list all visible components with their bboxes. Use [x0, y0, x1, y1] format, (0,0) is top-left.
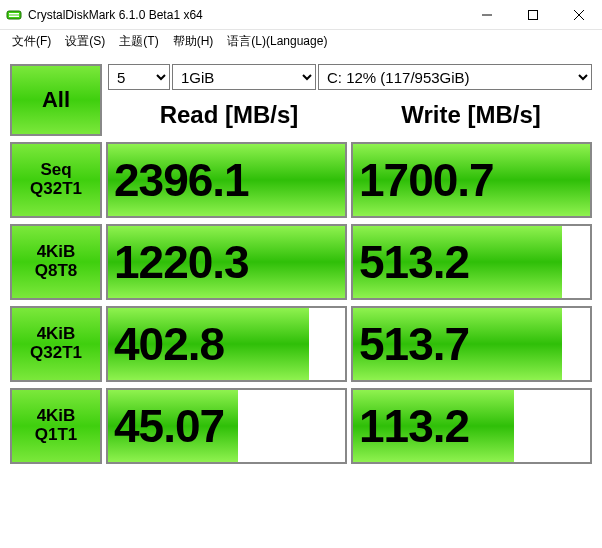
- benchmark-row: 4KiBQ32T1402.8513.7: [10, 306, 592, 382]
- test-label-line2: Q32T1: [30, 180, 82, 199]
- read-value: 1220.3: [108, 235, 249, 289]
- menu-file[interactable]: 文件(F): [6, 31, 57, 52]
- top-row: All 5 1GiB C: 12% (117/953GiB) Read [MB/…: [10, 64, 592, 136]
- svg-rect-4: [529, 10, 538, 19]
- test-label-line1: Seq: [40, 161, 71, 180]
- benchmark-rows: SeqQ32T12396.11700.74KiBQ8T81220.3513.24…: [10, 142, 592, 464]
- menu-settings[interactable]: 设置(S): [59, 31, 111, 52]
- window-controls: [464, 0, 602, 29]
- controls-column: 5 1GiB C: 12% (117/953GiB) Read [MB/s] W…: [108, 64, 592, 136]
- headers-row: Read [MB/s] Write [MB/s]: [108, 94, 592, 136]
- test-label-line1: 4KiB: [37, 243, 76, 262]
- test-button-4kib-q8t8[interactable]: 4KiBQ8T8: [10, 224, 102, 300]
- read-value-box: 45.07: [106, 388, 347, 464]
- benchmark-row: 4KiBQ1T145.07113.2: [10, 388, 592, 464]
- svg-rect-0: [7, 11, 21, 19]
- run-count-select[interactable]: 5: [108, 64, 170, 90]
- write-value: 113.2: [353, 399, 469, 453]
- menu-theme[interactable]: 主题(T): [113, 31, 164, 52]
- close-button[interactable]: [556, 0, 602, 29]
- read-value: 402.8: [108, 317, 224, 371]
- benchmark-row: 4KiBQ8T81220.3513.2: [10, 224, 592, 300]
- svg-rect-2: [9, 15, 19, 17]
- read-value: 2396.1: [108, 153, 249, 207]
- read-value-box: 402.8: [106, 306, 347, 382]
- test-button-4kib-q32t1[interactable]: 4KiBQ32T1: [10, 306, 102, 382]
- read-value: 45.07: [108, 399, 224, 453]
- write-value-box: 1700.7: [351, 142, 592, 218]
- content: All 5 1GiB C: 12% (117/953GiB) Read [MB/…: [0, 52, 602, 480]
- write-value-box: 113.2: [351, 388, 592, 464]
- read-header: Read [MB/s]: [108, 101, 350, 129]
- read-value-box: 1220.3: [106, 224, 347, 300]
- maximize-button[interactable]: [510, 0, 556, 29]
- benchmark-row: SeqQ32T12396.11700.7: [10, 142, 592, 218]
- selects-row: 5 1GiB C: 12% (117/953GiB): [108, 64, 592, 94]
- window-title: CrystalDiskMark 6.1.0 Beta1 x64: [28, 8, 464, 22]
- test-size-select[interactable]: 1GiB: [172, 64, 316, 90]
- write-value: 513.2: [353, 235, 469, 289]
- write-value: 1700.7: [353, 153, 494, 207]
- test-label-line2: Q8T8: [35, 262, 78, 281]
- menu-help[interactable]: 帮助(H): [167, 31, 220, 52]
- menubar: 文件(F) 设置(S) 主题(T) 帮助(H) 语言(L)(Language): [0, 30, 602, 52]
- app-icon: [6, 7, 22, 23]
- test-label-line2: Q32T1: [30, 344, 82, 363]
- write-value-box: 513.2: [351, 224, 592, 300]
- drive-select[interactable]: C: 12% (117/953GiB): [318, 64, 592, 90]
- write-header: Write [MB/s]: [350, 101, 592, 129]
- test-label-line1: 4KiB: [37, 325, 76, 344]
- test-button-4kib-q1t1[interactable]: 4KiBQ1T1: [10, 388, 102, 464]
- all-button[interactable]: All: [10, 64, 102, 136]
- titlebar: CrystalDiskMark 6.1.0 Beta1 x64: [0, 0, 602, 30]
- test-label-line1: 4KiB: [37, 407, 76, 426]
- test-label-line2: Q1T1: [35, 426, 78, 445]
- svg-rect-1: [9, 13, 19, 15]
- write-value: 513.7: [353, 317, 469, 371]
- test-button-seq-q32t1[interactable]: SeqQ32T1: [10, 142, 102, 218]
- menu-language[interactable]: 语言(L)(Language): [221, 31, 333, 52]
- read-value-box: 2396.1: [106, 142, 347, 218]
- write-value-box: 513.7: [351, 306, 592, 382]
- minimize-button[interactable]: [464, 0, 510, 29]
